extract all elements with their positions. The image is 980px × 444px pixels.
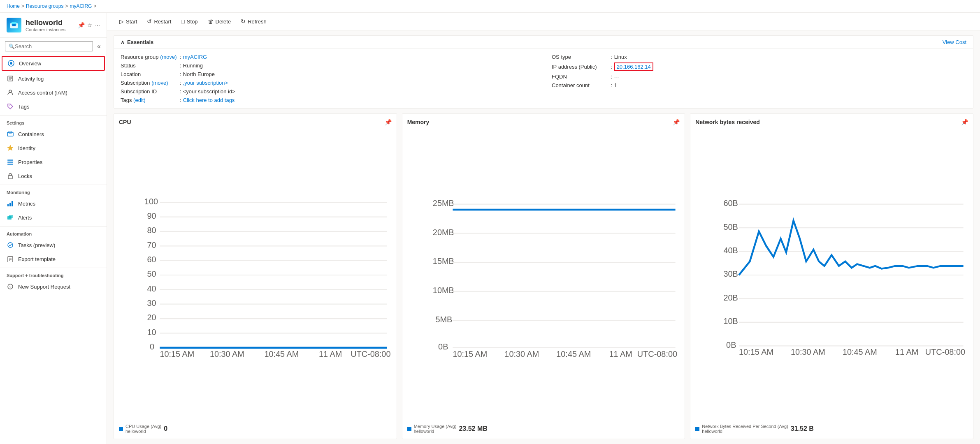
essentials-row-subscription-id: Subscription ID : <your subscription id> <box>121 88 535 95</box>
favorite-icon[interactable]: ☆ <box>87 22 93 28</box>
sidebar-item-identity[interactable]: Identity <box>0 141 107 155</box>
chart-network-body: 60B 50B 40B 30B 20B 10B 0B <box>695 129 968 421</box>
sidebar-item-properties[interactable]: Properties <box>0 155 107 169</box>
svg-text:50B: 50B <box>724 222 738 231</box>
properties-icon <box>7 158 14 166</box>
svg-text:10:45 AM: 10:45 AM <box>264 349 299 358</box>
svg-rect-14 <box>7 162 13 163</box>
sidebar-item-export-template[interactable]: Export template <box>0 252 107 266</box>
delete-button[interactable]: 🗑 Delete <box>204 16 235 27</box>
container-count-value: 1 <box>614 82 617 88</box>
subscription-value[interactable]: ,your subscription> <box>183 80 228 86</box>
breadcrumb-home[interactable]: Home <box>7 3 20 9</box>
sidebar-item-activity-log[interactable]: Activity log <box>0 72 107 86</box>
svg-text:11 AM: 11 AM <box>895 347 918 356</box>
move-link-sub[interactable]: (move) <box>151 80 168 86</box>
toolbar: ▷ Start ↺ Restart □ Stop 🗑 Delete ↻ Refr… <box>107 13 980 30</box>
more-icon[interactable]: ··· <box>95 22 100 28</box>
svg-rect-18 <box>9 203 11 206</box>
sidebar-item-identity-label: Identity <box>18 145 35 151</box>
breadcrumb-sep-2: > <box>65 3 68 9</box>
chart-cpu-pin[interactable]: 📌 <box>385 119 392 125</box>
chart-memory-legend-icon <box>407 427 411 431</box>
sidebar-item-overview-label: Overview <box>19 60 41 67</box>
section-settings: Settings <box>0 115 107 127</box>
chart-cpu-value: 0 <box>164 425 167 432</box>
svg-text:20: 20 <box>147 313 156 322</box>
chart-memory-value: 23.52 MB <box>459 425 487 432</box>
sidebar-item-alerts[interactable]: Alerts <box>0 210 107 224</box>
chart-memory-svg: 25MB 20MB 15MB 10MB 5MB 0B <box>407 129 680 421</box>
sidebar-item-tags[interactable]: Tags <box>0 99 107 113</box>
move-link-rg[interactable]: (move) <box>160 54 176 60</box>
search-icon: 🔍 <box>9 44 15 49</box>
collapse-icon[interactable]: « <box>96 42 102 51</box>
sidebar-item-new-support-request[interactable]: ? New Support Request <box>0 280 107 294</box>
svg-rect-2 <box>12 24 16 26</box>
tags-value[interactable]: Click here to add tags <box>183 97 235 103</box>
breadcrumb-myacirg[interactable]: myACIRG <box>70 3 92 9</box>
chart-cpu-legend-text: CPU Usage (Avg) helloworld <box>125 424 161 434</box>
chart-network-svg: 60B 50B 40B 30B 20B 10B 0B <box>695 129 968 421</box>
restart-icon: ↺ <box>147 18 152 25</box>
refresh-button[interactable]: ↻ Refresh <box>237 16 271 27</box>
os-type-value: Linux <box>614 54 627 60</box>
search-input[interactable] <box>15 43 89 49</box>
stop-button[interactable]: □ Stop <box>177 16 202 27</box>
status-value: Running <box>183 62 203 69</box>
svg-text:UTC-08:00: UTC-08:00 <box>637 349 677 358</box>
svg-text:10:30 AM: 10:30 AM <box>504 349 539 358</box>
sidebar-item-tasks[interactable]: Tasks (preview) <box>0 238 107 252</box>
sidebar-item-metrics[interactable]: Metrics <box>0 197 107 210</box>
search-input-wrapper[interactable]: 🔍 <box>5 41 93 51</box>
start-button[interactable]: ▷ Start <box>115 16 141 27</box>
chart-network-header: Network bytes received 📌 <box>695 119 968 125</box>
essentials-row-tags: Tags (edit) : Click here to add tags <box>121 97 535 103</box>
svg-text:0: 0 <box>150 342 154 351</box>
breadcrumb-resource-groups[interactable]: Resource groups <box>26 3 63 9</box>
refresh-icon: ↻ <box>241 18 246 25</box>
chart-cpu-title: CPU <box>119 119 131 125</box>
pin-icon[interactable]: 📌 <box>78 22 85 28</box>
svg-text:20MB: 20MB <box>433 228 454 237</box>
svg-text:10:30 AM: 10:30 AM <box>791 347 825 356</box>
alerts-icon <box>7 214 14 221</box>
essentials-row-ip: IP address (Public) : 20.166.162.14 <box>552 62 966 71</box>
svg-text:0B: 0B <box>726 340 736 349</box>
app-header: helloworld Container instances 📌 ☆ ··· <box>0 13 107 38</box>
svg-point-4 <box>10 62 12 65</box>
sidebar-item-containers[interactable]: Containers <box>0 127 107 141</box>
essentials-chevron[interactable]: ∧ <box>121 39 125 45</box>
sidebar-item-locks[interactable]: Locks <box>0 169 107 183</box>
stop-icon: □ <box>181 18 184 25</box>
svg-text:5MB: 5MB <box>435 315 452 324</box>
essentials-row-fqdn: FQDN : --- <box>552 74 966 80</box>
svg-text:30B: 30B <box>724 269 738 278</box>
support-icon: ? <box>7 283 14 290</box>
svg-text:25MB: 25MB <box>433 199 454 208</box>
chart-cpu-header: CPU 📌 <box>119 119 392 125</box>
svg-text:UTC-08:00: UTC-08:00 <box>351 349 390 358</box>
svg-text:60: 60 <box>147 255 156 264</box>
location-value: North Europe <box>183 71 215 77</box>
chart-cpu-legend-icon <box>119 427 123 431</box>
svg-text:80: 80 <box>147 226 156 235</box>
search-box: 🔍 « <box>0 38 107 55</box>
chart-network-pin[interactable]: 📌 <box>961 119 968 125</box>
chart-memory-body: 25MB 20MB 15MB 10MB 5MB 0B <box>407 129 680 421</box>
svg-point-9 <box>9 90 12 92</box>
sidebar-item-overview[interactable]: Overview <box>2 56 105 71</box>
svg-text:10:45 AM: 10:45 AM <box>556 349 591 358</box>
view-cost-link[interactable]: View Cost <box>943 39 966 45</box>
breadcrumb: Home > Resource groups > myACIRG > <box>0 0 980 13</box>
sidebar-item-access-control[interactable]: Access control (IAM) <box>0 86 107 99</box>
restart-button[interactable]: ↺ Restart <box>143 16 175 27</box>
section-automation: Automation <box>0 226 107 238</box>
resource-group-value[interactable]: myACIRG <box>183 54 207 60</box>
metrics-icon <box>7 200 14 207</box>
chart-memory-pin[interactable]: 📌 <box>673 119 680 125</box>
svg-text:10:15 AM: 10:15 AM <box>453 349 487 358</box>
essentials-row-os: OS type : Linux <box>552 54 966 60</box>
content-area: ▷ Start ↺ Restart □ Stop 🗑 Delete ↻ Refr… <box>107 13 980 444</box>
edit-link-tags[interactable]: (edit) <box>133 97 146 103</box>
